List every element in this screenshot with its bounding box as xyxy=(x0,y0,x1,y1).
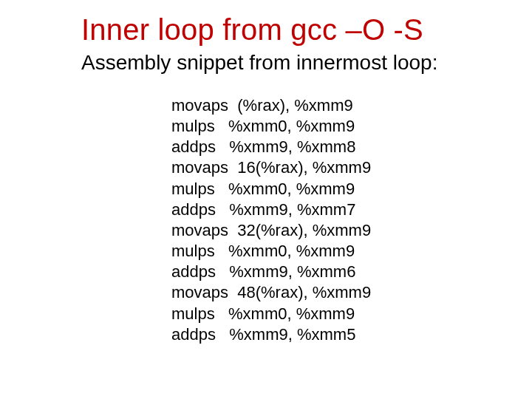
assembly-code-block: movaps (%rax), %xmm9 mulps %xmm0, %xmm9 … xyxy=(171,95,488,345)
slide-title: Inner loop from gcc –O -S xyxy=(81,13,488,47)
slide: Inner loop from gcc –O -S Assembly snipp… xyxy=(0,0,532,399)
slide-subtitle: Assembly snippet from innermost loop: xyxy=(81,51,488,75)
